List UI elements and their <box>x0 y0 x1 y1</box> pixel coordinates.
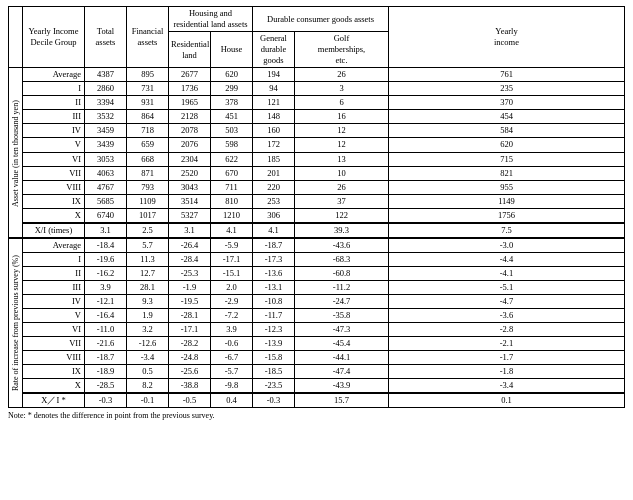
row-label: IX <box>23 194 85 208</box>
golf-memberships: 13 <box>295 152 389 166</box>
financial-assets: 871 <box>127 166 169 180</box>
section2-cell: -3.4 <box>127 351 169 365</box>
house: 810 <box>211 194 253 208</box>
row-label: III <box>23 280 85 294</box>
row-label: I <box>23 252 85 266</box>
yearly-income: 370 <box>389 96 625 110</box>
header-total-assets: Totalassets <box>85 7 127 68</box>
section2-cell: -19.5 <box>169 294 211 308</box>
section2-cell: -28.4 <box>169 252 211 266</box>
section2-cell: -21.6 <box>85 337 127 351</box>
table-row: X-28.58.2-38.8-9.8-23.5-43.9-3.4 <box>9 379 625 394</box>
row-label: VII <box>23 337 85 351</box>
house: 711 <box>211 180 253 194</box>
yearly-income: 1756 <box>389 208 625 223</box>
section2-golf: -45.4 <box>295 337 389 351</box>
row-label: V <box>23 138 85 152</box>
golf-memberships: 6 <box>295 96 389 110</box>
house: 1210 <box>211 208 253 223</box>
section2-cell: -13.9 <box>253 337 295 351</box>
general-durable: 172 <box>253 138 295 152</box>
section2-golf: -60.8 <box>295 266 389 280</box>
ratio1-cell: 3.1 <box>85 223 127 238</box>
section2-cell: -26.4 <box>169 238 211 253</box>
residential-land: 2304 <box>169 152 211 166</box>
section2-cell: 3.9 <box>211 323 253 337</box>
section2-cell: -16.2 <box>85 266 127 280</box>
house: 299 <box>211 82 253 96</box>
header-residential-land: Residentialland <box>169 32 211 68</box>
section2-cell: -11.7 <box>253 309 295 323</box>
section2-cell: -5.9 <box>211 238 253 253</box>
section2-cell: -25.6 <box>169 365 211 379</box>
financial-assets: 718 <box>127 124 169 138</box>
ratio1-cell: 4.1 <box>211 223 253 238</box>
total-assets: 4767 <box>85 180 127 194</box>
section2-cell: -12.6 <box>127 337 169 351</box>
ratio1-cell: 2.5 <box>127 223 169 238</box>
section2-cell: -24.8 <box>169 351 211 365</box>
general-durable: 185 <box>253 152 295 166</box>
row-label: IX <box>23 365 85 379</box>
table-row: Asset value (in ten thousand yen)Average… <box>9 68 625 82</box>
section2-yearly: -2.1 <box>389 337 625 351</box>
ratio-row-2: X／I *-0.3-0.1-0.50.4-0.315.70.1 <box>9 393 625 408</box>
section2-cell: -16.4 <box>85 309 127 323</box>
yearly-income: 1149 <box>389 194 625 208</box>
row-label: VIII <box>23 351 85 365</box>
section2-cell: -12.3 <box>253 323 295 337</box>
section2-cell: 28.1 <box>127 280 169 294</box>
section2-yearly: -1.7 <box>389 351 625 365</box>
row-label: II <box>23 266 85 280</box>
general-durable: 201 <box>253 166 295 180</box>
general-durable: 94 <box>253 82 295 96</box>
section2-cell: -0.6 <box>211 337 253 351</box>
header-housing-group: Housing and residential land assets <box>169 7 253 32</box>
section2-cell: 5.7 <box>127 238 169 253</box>
section2-cell: 9.3 <box>127 294 169 308</box>
section2-cell: -23.5 <box>253 379 295 394</box>
section2-cell: -28.1 <box>169 309 211 323</box>
table-row: VIII-18.7-3.4-24.8-6.7-15.8-44.1-1.7 <box>9 351 625 365</box>
residential-land: 2520 <box>169 166 211 180</box>
row-label: III <box>23 110 85 124</box>
section2-golf: -35.8 <box>295 309 389 323</box>
row-label: IV <box>23 124 85 138</box>
row-label: VII <box>23 166 85 180</box>
section2-cell: -1.9 <box>169 280 211 294</box>
header-general-durable: Generaldurablegoods <box>253 32 295 68</box>
row-label: VIII <box>23 180 85 194</box>
header-house: House <box>211 32 253 68</box>
ratio2-cell: -0.3 <box>253 393 295 408</box>
section2-cell: -28.5 <box>85 379 127 394</box>
section2-cell: -13.6 <box>253 266 295 280</box>
table-row: VII-21.6-12.6-28.2-0.6-13.9-45.4-2.1 <box>9 337 625 351</box>
financial-assets: 1109 <box>127 194 169 208</box>
golf-memberships: 26 <box>295 68 389 82</box>
ratio1-cell: 3.1 <box>169 223 211 238</box>
financial-assets: 864 <box>127 110 169 124</box>
header-decile: Yearly IncomeDecile Group <box>23 7 85 68</box>
table-row: II339493119653781216370 <box>9 96 625 110</box>
section2-yearly: -1.8 <box>389 365 625 379</box>
section2-golf: -43.6 <box>295 238 389 253</box>
row-label: Average <box>23 68 85 82</box>
section2-yearly: -3.4 <box>389 379 625 394</box>
section2-cell: 0.5 <box>127 365 169 379</box>
section2-golf: -43.9 <box>295 379 389 394</box>
row-label: Average <box>23 238 85 253</box>
ratio1-golf: 39.3 <box>295 223 389 238</box>
section2-cell: -10.8 <box>253 294 295 308</box>
section2-cell: -18.9 <box>85 365 127 379</box>
golf-memberships: 10 <box>295 166 389 180</box>
financial-assets: 895 <box>127 68 169 82</box>
ratio2-label: X／I * <box>23 393 85 408</box>
golf-memberships: 16 <box>295 110 389 124</box>
section2-cell: -18.5 <box>253 365 295 379</box>
yearly-income: 584 <box>389 124 625 138</box>
general-durable: 121 <box>253 96 295 110</box>
residential-land: 3514 <box>169 194 211 208</box>
total-assets: 5685 <box>85 194 127 208</box>
golf-memberships: 12 <box>295 124 389 138</box>
section2-cell: 11.3 <box>127 252 169 266</box>
